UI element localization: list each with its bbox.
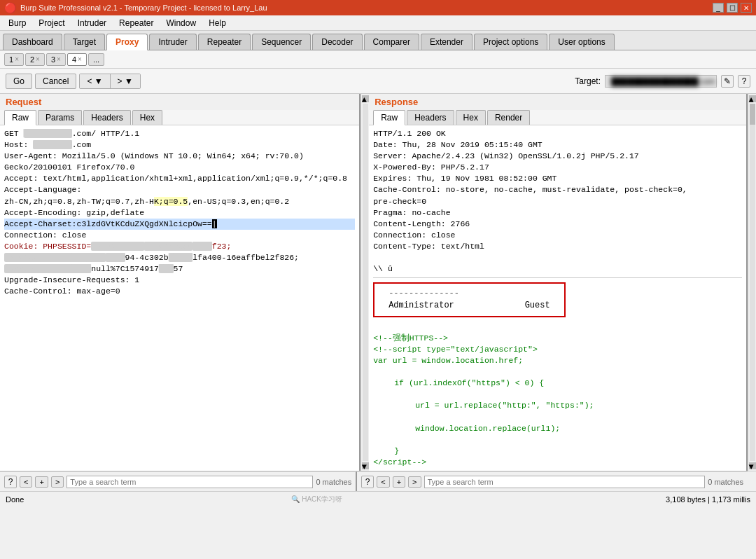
target-help-button[interactable]: ? — [738, 75, 750, 88]
resp-line-5: Expires: Thu, 19 Nov 1981 08:52:00 GMT — [373, 173, 742, 184]
title-bar: 🔴 Burp Suite Professional v2.1 - Tempora… — [0, 0, 756, 15]
req-tab-raw[interactable]: Raw — [4, 110, 36, 125]
req-tab-hex[interactable]: Hex — [132, 110, 162, 125]
resp-highlighted-box: -------------- Administrator Guest — [373, 282, 742, 317]
resp-scroll-down[interactable]: ▼ — [749, 462, 756, 469]
req-line-3: User-Agent: Mozilla/5.0 (Windows NT 10.0… — [4, 151, 355, 162]
edit-target-button[interactable]: ✎ — [721, 75, 734, 88]
resp-divider — [373, 277, 742, 278]
minimize-button[interactable]: _ — [713, 3, 724, 13]
resp-scroll-up[interactable]: ▲ — [749, 95, 756, 102]
req-line-8: Accept-Encoding: gzip,deflate — [4, 207, 355, 219]
req-line-7: zh-CN,zh;q=0.8,zh-TW;q=0.7,zh-HK;q=0.5,e… — [4, 196, 355, 207]
resp-empty — [373, 322, 742, 333]
menu-window[interactable]: Window — [160, 17, 202, 29]
menu-repeater[interactable]: Repeater — [113, 17, 159, 29]
window-controls[interactable]: _ ☐ ✕ — [713, 3, 752, 13]
resp-scrollbar[interactable]: ▲ ▼ — [748, 94, 756, 471]
tab-target[interactable]: Target — [64, 34, 105, 50]
toolbar: Go Cancel < ▼ > ▼ Target: ██████████████… — [0, 69, 756, 94]
tab-user-options[interactable]: User options — [549, 34, 614, 50]
menu-burp[interactable]: Burp — [3, 17, 31, 29]
resp-code-blank — [373, 366, 742, 378]
num-tab-2[interactable]: 2× — [25, 53, 45, 66]
resp-line-13: \\ û — [373, 263, 742, 275]
req-tab-headers[interactable]: Headers — [83, 110, 130, 125]
right-search-input[interactable] — [424, 476, 706, 488]
resp-comment-2: <!--script type="text/javascript"> — [373, 344, 742, 355]
resp-line-12 — [373, 252, 742, 263]
request-body[interactable]: GET ██████████.com/ HTTP/1.1 Host: █████… — [0, 125, 359, 471]
request-panel: Request Raw Params Headers Hex GET █████… — [0, 94, 360, 471]
resp-code-blank3 — [373, 412, 742, 423]
menu-project[interactable]: Project — [33, 17, 70, 29]
bottom-bars: ? < + > 0 matches ? < + > 0 matches — [0, 471, 756, 491]
req-line-13: CNZZDA████████████null%7C1574917███57 — [4, 263, 355, 275]
tab-repeater[interactable]: Repeater — [198, 34, 251, 50]
resp-code-10: </script--> — [373, 457, 742, 468]
req-scroll-up[interactable]: ▲ — [362, 95, 369, 102]
req-line-1: GET ██████████.com/ HTTP/1.1 — [4, 128, 355, 139]
resp-tab-hex[interactable]: Hex — [456, 110, 486, 125]
status-done: Done — [6, 495, 24, 504]
left-matches: 0 matches — [316, 478, 351, 486]
num-tab-4[interactable]: 4× — [67, 53, 87, 66]
go-button[interactable]: Go — [6, 74, 32, 89]
left-help-icon[interactable]: ? — [4, 476, 17, 488]
resp-tab-headers[interactable]: Headers — [407, 110, 454, 125]
req-scroll-track — [363, 104, 368, 461]
resp-guest-text: Guest — [525, 301, 550, 310]
req-scroll-down[interactable]: ▼ — [362, 462, 369, 469]
target-label-text: Target: — [575, 76, 601, 86]
maximize-button[interactable]: ☐ — [727, 3, 738, 13]
resp-line-11: Content-Type: text/html — [373, 241, 742, 252]
right-next-btn[interactable]: + — [393, 476, 405, 488]
left-forward-btn[interactable]: > — [51, 476, 64, 488]
back-button[interactable]: < ▼ — [80, 74, 110, 88]
number-tabs: 1× 2× 3× 4× ... — [0, 50, 756, 69]
left-bottom-bar: ? < + > 0 matches — [0, 471, 357, 491]
tab-sequencer[interactable]: Sequencer — [252, 34, 311, 50]
left-prev-btn[interactable]: < — [20, 476, 32, 488]
tab-extender[interactable]: Extender — [421, 34, 472, 50]
tab-intruder[interactable]: Intruder — [149, 34, 196, 50]
left-next-btn[interactable]: + — [35, 476, 48, 488]
resp-admin-text: Administrator — [388, 301, 454, 310]
resp-tab-render[interactable]: Render — [487, 110, 530, 125]
right-forward-btn[interactable]: > — [408, 476, 421, 488]
tab-decoder[interactable]: Decoder — [312, 34, 362, 50]
left-search-input[interactable] — [66, 476, 313, 488]
req-line-5: Accept: text/html,application/xhtml+xml,… — [4, 173, 355, 184]
request-tabs: Raw Params Headers Hex — [0, 110, 359, 125]
forward-button[interactable]: > ▼ — [111, 74, 140, 88]
response-tabs: Raw Headers Hex Render — [369, 110, 746, 125]
req-scrollbar[interactable]: ▲ ▼ — [360, 94, 369, 471]
num-tab-3[interactable]: 3× — [46, 53, 66, 66]
tab-dashboard[interactable]: Dashboard — [3, 34, 62, 50]
response-body[interactable]: HTTP/1.1 200 OK Date: Thu, 28 Nov 2019 0… — [369, 125, 746, 471]
resp-tab-raw[interactable]: Raw — [373, 110, 405, 125]
right-prev-btn[interactable]: < — [377, 476, 389, 488]
tab-project-options[interactable]: Project options — [474, 34, 547, 50]
resp-code-blank4 — [373, 434, 742, 446]
resp-line-7: pre-check=0 — [373, 196, 742, 207]
menu-intruder[interactable]: Intruder — [72, 17, 112, 29]
right-help-icon[interactable]: ? — [361, 476, 374, 488]
resp-line-10: Connection: close — [373, 230, 742, 241]
menu-help[interactable]: Help — [203, 17, 232, 29]
resp-line-6: Cache-Control: no-store, no-cache, must-… — [373, 184, 742, 195]
cancel-button[interactable]: Cancel — [35, 74, 76, 89]
menu-bar: Burp Project Intruder Repeater Window He… — [0, 15, 756, 31]
close-button[interactable]: ✕ — [741, 3, 752, 13]
num-tab-1[interactable]: 1× — [4, 53, 24, 66]
num-tab-more[interactable]: ... — [88, 53, 104, 66]
req-line-9: Accept-Charset:c3lzdGVtKCduZXQgdXNlcicpO… — [4, 219, 355, 230]
title-text: Burp Suite Professional v2.1 - Temporary… — [20, 4, 267, 12]
resp-line-8: Pragma: no-cache — [373, 207, 742, 219]
tab-proxy[interactable]: Proxy — [106, 34, 148, 50]
status-bar: Done 🔍 HACK学习呀 3,108 bytes | 1,173 milli… — [0, 491, 756, 506]
resp-scroll-thumb[interactable] — [750, 104, 755, 125]
tab-comparer[interactable]: Comparer — [364, 34, 419, 50]
resp-comment-1: <!--强制HTTPS--> — [373, 333, 742, 344]
req-tab-params[interactable]: Params — [38, 110, 82, 125]
